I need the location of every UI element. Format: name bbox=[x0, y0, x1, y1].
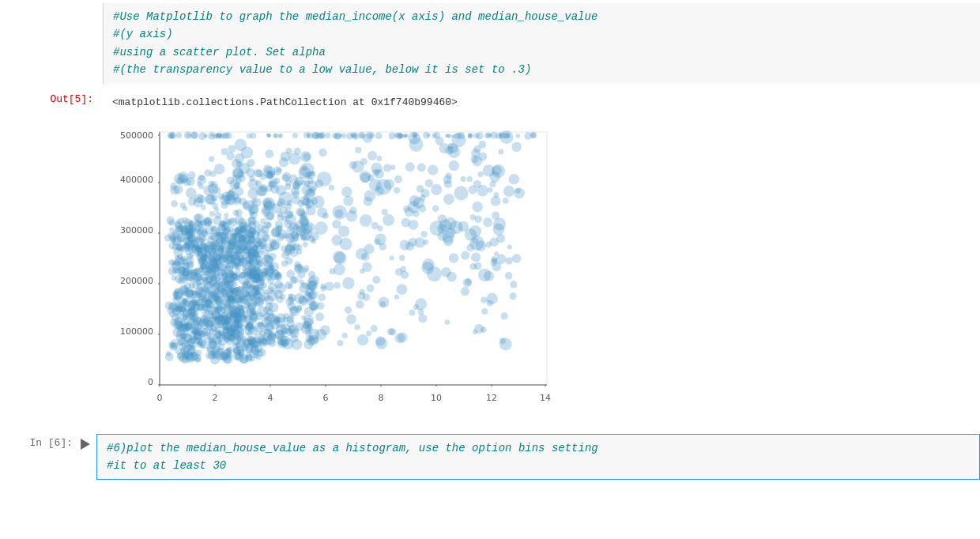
svg-point-1544 bbox=[394, 187, 400, 193]
svg-point-1440 bbox=[315, 312, 324, 321]
svg-point-1771 bbox=[285, 147, 292, 154]
svg-point-1250 bbox=[248, 203, 259, 214]
svg-point-1459 bbox=[297, 270, 305, 278]
svg-point-1462 bbox=[498, 149, 503, 154]
svg-point-1230 bbox=[214, 207, 219, 212]
svg-point-1316 bbox=[306, 335, 313, 342]
svg-point-802 bbox=[238, 352, 243, 356]
svg-point-1438 bbox=[280, 293, 285, 299]
svg-point-1552 bbox=[303, 153, 311, 160]
svg-point-1460 bbox=[488, 187, 493, 192]
svg-point-1782 bbox=[235, 138, 247, 151]
svg-point-1588 bbox=[478, 152, 487, 160]
svg-point-1753 bbox=[244, 255, 254, 265]
svg-point-1741 bbox=[278, 191, 292, 205]
bottom-comment-line2: #it to at least 30 bbox=[107, 457, 970, 474]
svg-point-1571 bbox=[360, 214, 372, 227]
svg-point-1160 bbox=[172, 319, 182, 329]
svg-point-1775 bbox=[421, 262, 434, 274]
svg-point-1396 bbox=[209, 156, 215, 162]
svg-point-1726 bbox=[351, 134, 355, 138]
svg-point-1321 bbox=[205, 194, 215, 204]
svg-point-963 bbox=[186, 187, 197, 198]
svg-point-1345 bbox=[224, 319, 229, 325]
notebook: #Use Matplotlib to graph the median_inco… bbox=[0, 0, 980, 484]
svg-point-1280 bbox=[204, 218, 213, 227]
svg-point-1443 bbox=[417, 163, 426, 172]
svg-point-1609 bbox=[423, 239, 428, 245]
svg-point-1596 bbox=[349, 160, 357, 168]
svg-point-1308 bbox=[198, 174, 205, 180]
svg-point-1199 bbox=[240, 296, 245, 300]
svg-point-1720 bbox=[198, 132, 206, 140]
svg-point-1257 bbox=[215, 211, 222, 218]
output-text-5: <matplotlib.collections.PathCollection a… bbox=[112, 93, 971, 111]
svg-point-1360 bbox=[377, 156, 383, 161]
svg-point-1738 bbox=[234, 248, 242, 256]
code-comment-line1: #Use Matplotlib to graph the median_inco… bbox=[113, 8, 971, 25]
svg-text:0: 0 bbox=[148, 377, 153, 387]
svg-point-1405 bbox=[313, 337, 319, 343]
scatter-plot-svg: 0 100000 200000 300000 400000 500000 0 2… bbox=[112, 124, 571, 416]
svg-point-1445 bbox=[209, 278, 217, 286]
svg-point-1757 bbox=[490, 258, 497, 266]
svg-point-1582 bbox=[397, 284, 408, 295]
svg-point-1734 bbox=[300, 162, 315, 177]
svg-point-1585 bbox=[481, 296, 487, 303]
svg-point-1763 bbox=[505, 272, 513, 280]
svg-point-1750 bbox=[374, 238, 380, 244]
svg-point-1619 bbox=[382, 209, 388, 215]
svg-point-1541 bbox=[246, 168, 255, 177]
svg-point-1054 bbox=[232, 257, 241, 266]
svg-point-1401 bbox=[509, 173, 520, 184]
svg-point-1478 bbox=[383, 214, 394, 226]
svg-point-1328 bbox=[292, 196, 300, 204]
svg-point-1476 bbox=[301, 324, 311, 334]
svg-point-1708 bbox=[292, 133, 298, 138]
svg-point-1420 bbox=[511, 141, 522, 152]
svg-point-1594 bbox=[232, 168, 243, 179]
svg-point-1186 bbox=[223, 217, 230, 224]
svg-point-1565 bbox=[477, 172, 483, 177]
svg-point-1060 bbox=[248, 179, 258, 189]
svg-point-1733 bbox=[443, 194, 454, 205]
svg-point-1526 bbox=[337, 340, 343, 346]
svg-point-1577 bbox=[415, 298, 427, 310]
svg-point-1645 bbox=[273, 133, 278, 138]
svg-point-1537 bbox=[399, 254, 405, 261]
svg-point-800 bbox=[168, 341, 175, 348]
svg-point-1442 bbox=[395, 333, 405, 343]
svg-point-1295 bbox=[263, 306, 270, 313]
svg-point-1751 bbox=[431, 183, 442, 194]
svg-point-1765 bbox=[478, 268, 491, 281]
svg-text:200000: 200000 bbox=[120, 276, 153, 286]
scatter-plot: 0 100000 200000 300000 400000 500000 0 2… bbox=[112, 124, 571, 416]
svg-point-1207 bbox=[277, 211, 283, 217]
svg-point-1482 bbox=[331, 234, 342, 245]
svg-point-959 bbox=[187, 253, 194, 260]
svg-point-1153 bbox=[178, 340, 183, 345]
svg-point-1719 bbox=[268, 134, 271, 138]
svg-point-1618 bbox=[345, 306, 352, 313]
svg-point-760 bbox=[212, 353, 217, 359]
svg-point-1788 bbox=[444, 179, 452, 187]
svg-point-1573 bbox=[294, 293, 305, 304]
svg-point-1370 bbox=[499, 337, 506, 344]
svg-point-1759 bbox=[363, 133, 372, 142]
svg-point-1285 bbox=[174, 287, 185, 298]
svg-point-1142 bbox=[251, 198, 257, 203]
svg-point-1366 bbox=[286, 270, 295, 278]
bottom-code-content-6[interactable]: #6)plot the median_house_value as a hist… bbox=[96, 434, 980, 481]
svg-point-1553 bbox=[301, 218, 309, 226]
svg-point-1675 bbox=[326, 132, 331, 138]
svg-point-1589 bbox=[362, 262, 372, 272]
run-button-6[interactable] bbox=[79, 438, 92, 450]
svg-point-1116 bbox=[189, 282, 195, 288]
svg-point-752 bbox=[246, 352, 251, 357]
svg-point-1155 bbox=[301, 315, 306, 319]
svg-point-1135 bbox=[196, 247, 201, 252]
svg-point-1413 bbox=[425, 179, 433, 187]
svg-point-1755 bbox=[416, 185, 424, 193]
svg-point-843 bbox=[199, 315, 206, 322]
svg-point-1615 bbox=[503, 198, 509, 204]
